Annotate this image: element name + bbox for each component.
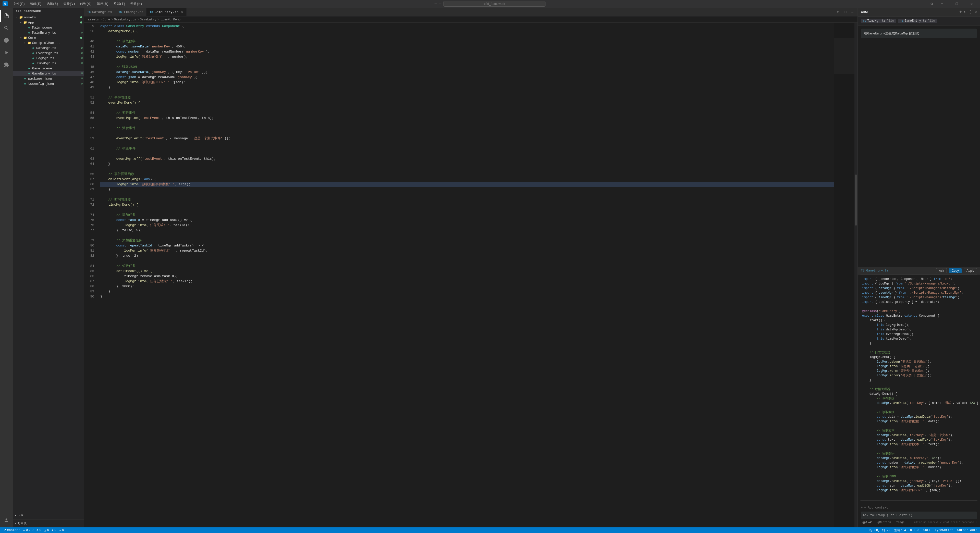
code-token: 'testEvent' [144, 136, 166, 141]
ask-button[interactable]: Ask [936, 268, 947, 273]
activity-search[interactable] [0, 22, 13, 34]
activity-accounts[interactable] [0, 514, 13, 527]
code-token: eventMgr.emit( [100, 136, 144, 141]
split-editor-icon[interactable]: ⊞ [835, 9, 841, 15]
tree-item-datamgrts[interactable]: ◉DataMgr.tsU [13, 45, 84, 51]
sync-status[interactable]: ↻ 0 ↓ 0 [23, 528, 33, 532]
tree-item-timemgrts[interactable]: ◉TimeMgr.tsU [13, 61, 84, 66]
activity-extensions[interactable] [0, 59, 13, 71]
tree-label: package.json [28, 77, 81, 81]
tab-TimeMgr-ts[interactable]: TSTimeMgr.ts [115, 8, 146, 16]
chat-shortcut-hint: alt+/ no context ✓ chat ctrl+/ codebase … [914, 521, 977, 524]
chat-add-icon[interactable]: + [959, 10, 962, 14]
minimize-button[interactable]: − [936, 0, 948, 8]
tab-GameEntry-ts[interactable]: TSGameEntry.ts✕ [146, 8, 186, 16]
menu-item-f[interactable]: 文件(F) [11, 1, 27, 6]
scrollbar-thumb[interactable] [855, 175, 857, 226]
breadcrumb-separator: > [137, 18, 139, 21]
menu-item-t[interactable]: 终端(T) [112, 1, 127, 6]
menu-item-r[interactable]: 运行(R) [95, 1, 111, 6]
errors-status[interactable]: ⊗ 0 [37, 528, 41, 532]
spaces-indicator[interactable]: 空格: 4 [894, 528, 906, 533]
toolbar-item-image[interactable]: Image [894, 520, 906, 524]
tree-item-packagejson[interactable]: ◉package.jsonU [13, 76, 84, 81]
chat-input-area[interactable]: Ask followup (Ctrl+Shift+Y) [861, 512, 977, 519]
code-scrollbar[interactable] [854, 23, 858, 527]
tree-badge: U [81, 77, 83, 80]
nav-forward[interactable]: → [439, 2, 442, 6]
messages-status[interactable]: ✉ 0 [59, 528, 64, 532]
chat-settings-icon[interactable]: ⋮ [968, 10, 972, 14]
tree-item-mainscene[interactable]: ◉Main.scene [13, 25, 84, 30]
cursor-position[interactable]: 行 68, 列 20 [870, 528, 891, 533]
info-status[interactable]: ℹ 0 [52, 528, 56, 532]
code-line: logMgr.info('任务完成: ', taskId); [100, 223, 834, 228]
code-token: timeMgrDemo() { [100, 202, 138, 207]
warnings-status[interactable]: △ 0 [45, 528, 49, 532]
nav-back[interactable]: ← [434, 2, 437, 6]
outline-header[interactable]: ▸ 大纲 [13, 512, 84, 518]
code-content[interactable]: export class GameEntry extends Component… [98, 23, 834, 527]
breadcrumb-part[interactable]: GameEntry [140, 18, 156, 21]
tree-item-core[interactable]: ▾📁Core [13, 35, 84, 40]
toolbar-item-gpt4o[interactable]: gpt-4o [861, 520, 874, 524]
menu-item-h[interactable]: 帮助(H) [128, 1, 144, 6]
more-actions-icon[interactable]: … [850, 9, 856, 15]
add-context-icon: + [861, 506, 862, 509]
tree-item-tsconfigjson[interactable]: ◉tsconfig.jsonU [13, 81, 84, 86]
layout-icon[interactable]: □ [842, 9, 848, 15]
tree-item-logmgrts[interactable]: ◉LogMgr.tsU [13, 56, 84, 61]
code-token: // 监听事件 [100, 110, 135, 116]
breadcrumb-part[interactable]: GameEntry.ts [114, 18, 136, 21]
tree-item-app[interactable]: ▸📁App [13, 20, 84, 25]
add-context-button[interactable]: + + Add context [861, 505, 977, 511]
tab-label: GameEntry.ts [155, 10, 179, 14]
tree-item-mainentryts[interactable]: ◉MainEntry.tsU [13, 30, 84, 35]
settings-icon[interactable]: ⚙ [931, 1, 933, 6]
activity-explorer[interactable] [0, 10, 13, 22]
language-indicator[interactable]: TypeScript [935, 528, 953, 532]
chat-code-view[interactable]: import { _decorator, Component, Node } f… [860, 275, 978, 501]
code-token: } [100, 187, 110, 192]
code-token: = timeMgr.addTask(() => { [140, 218, 192, 223]
apply-button[interactable]: Apply [964, 268, 977, 273]
chat-code-line: const number = dataMgr.readNumber('numbe… [862, 461, 976, 465]
context-file-TimeMgr-ts[interactable]: TSTimeMgr.ts File [861, 19, 896, 23]
tree-item-gameentryts[interactable]: ◉GameEntry.tsU [13, 71, 84, 76]
code-line [100, 59, 834, 65]
line-ending-indicator[interactable]: CRLF [923, 528, 931, 532]
tab-DataMgr-ts[interactable]: TSDataMgr.ts [84, 8, 115, 16]
copy-button[interactable]: Copy [949, 268, 962, 273]
context-file-GameEntry-ts[interactable]: TSGameEntry.ts File [898, 19, 937, 23]
cursor-type-indicator[interactable]: Cursor Auto [957, 528, 977, 532]
close-button[interactable]: ✕ [966, 0, 977, 8]
chat-code-line: dataMgrDemo() { [862, 391, 976, 396]
tree-item-scriptsman[interactable]: ▸📁Scripts\Man... [13, 40, 84, 45]
menu-item-g[interactable]: 转到(G) [78, 1, 94, 6]
tree-item-assets[interactable]: ▾📁assets [13, 15, 84, 20]
toolbar-item-mention[interactable]: @Mention [876, 520, 893, 524]
git-branch[interactable]: ⎇ master* [3, 528, 20, 532]
menu-item-e[interactable]: 编辑(E) [28, 1, 44, 6]
code-line: const json = dataMgr.readJSON('jsonKey')… [100, 75, 834, 80]
search-input[interactable] [444, 1, 546, 6]
activity-git[interactable] [0, 34, 13, 46]
chat-close-icon[interactable]: ✕ [974, 10, 977, 14]
breadcrumb-part[interactable]: assets [88, 18, 99, 21]
code-line [100, 167, 834, 172]
chat-refresh-icon[interactable]: ↻ [964, 10, 966, 14]
tree-item-eventmgrts[interactable]: ◉EventMgr.tsU [13, 51, 84, 56]
menu-item-v[interactable]: 查看(V) [62, 1, 77, 6]
git-icon: ⎇ [3, 528, 6, 532]
tree-item-gamescene[interactable]: ◉Game.scene [13, 66, 84, 71]
code-line: const repeatTaskId = timeMgr.addTask(() … [100, 243, 834, 248]
titlebar-menu: 文件(F)编辑(E)选择(S)查看(V)转到(G)运行(R)终端(T)帮助(H) [11, 1, 144, 6]
maximize-button[interactable]: □ [951, 0, 963, 8]
menu-item-s[interactable]: 选择(S) [45, 1, 60, 6]
encoding-indicator[interactable]: UTF-8 [910, 528, 919, 532]
breadcrumb-part[interactable]: Core [103, 18, 110, 21]
activity-debug[interactable] [0, 46, 13, 59]
timeline-header[interactable]: ▸ 时间线 [13, 520, 84, 527]
tab-close-icon[interactable]: ✕ [181, 10, 183, 14]
breadcrumb-part[interactable]: timeMgrDemo [160, 18, 180, 21]
